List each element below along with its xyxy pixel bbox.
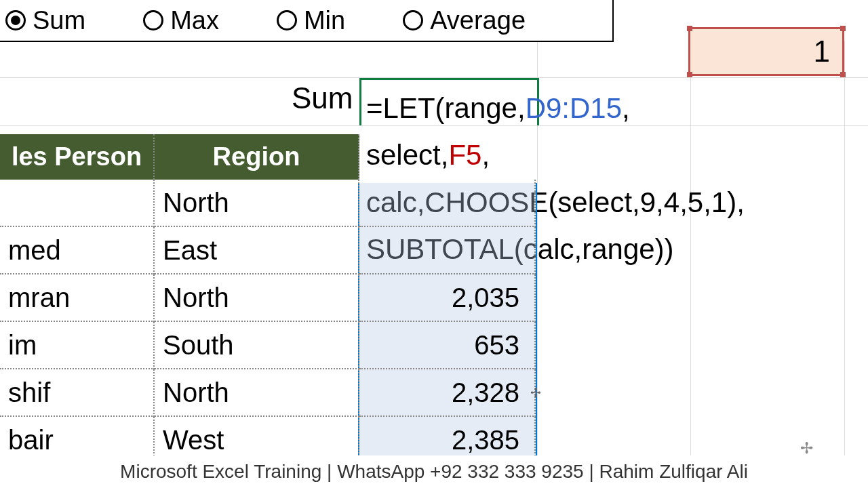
radio-sum[interactable]: Sum <box>5 6 85 35</box>
column-header-region[interactable]: Region <box>155 134 359 180</box>
cell-cursor-icon: ✢ <box>800 439 813 458</box>
radio-circle-icon <box>403 10 423 30</box>
cell-cursor-icon: ✢ <box>530 385 541 396</box>
cell-value[interactable] <box>359 227 536 274</box>
linked-cell-f5[interactable]: 1 <box>688 27 844 76</box>
table-row: mran North 2,035 <box>0 274 868 322</box>
radio-circle-icon <box>143 10 163 30</box>
selection-handle-icon <box>840 26 846 31</box>
cell-value[interactable]: 653 <box>359 322 536 369</box>
linked-cell-value: 1 <box>814 35 830 68</box>
table-header-row: les Person Region <box>0 134 868 180</box>
result-label: Sum <box>292 81 353 115</box>
formula-part: , <box>622 92 630 124</box>
cell-value[interactable]: 2,035 <box>359 274 536 322</box>
formula-part: =LET(range, <box>366 92 526 124</box>
radio-label: Sum <box>33 6 85 35</box>
radio-label: Average <box>430 6 526 35</box>
cell-region[interactable]: North <box>155 274 359 322</box>
footer-caption: Microsoft Excel Training | WhatsApp +92 … <box>0 455 868 488</box>
radio-label: Min <box>304 6 345 35</box>
aggregation-radio-group: Sum Max Min Average <box>0 0 614 42</box>
cell-region[interactable]: East <box>155 227 359 274</box>
selection-handle-icon <box>687 72 692 77</box>
cell-region[interactable]: North <box>155 369 359 417</box>
radio-average[interactable]: Average <box>403 6 526 35</box>
cell-person[interactable]: im <box>0 322 155 369</box>
radio-max[interactable]: Max <box>143 6 219 35</box>
radio-circle-icon <box>277 10 297 30</box>
cell-person[interactable]: mran <box>0 274 155 322</box>
radio-dot-icon <box>5 10 26 30</box>
cell-region[interactable]: South <box>155 322 359 369</box>
cell-person[interactable] <box>0 180 155 227</box>
radio-min[interactable]: Min <box>277 6 345 35</box>
data-table: les Person Region North med East mran No… <box>0 134 868 464</box>
table-row: im South 653 <box>0 322 868 369</box>
cell-person[interactable]: shif <box>0 369 155 417</box>
table-row: North <box>0 180 868 227</box>
cell-value[interactable] <box>359 180 536 227</box>
table-row: shif North 2,328 <box>0 369 868 417</box>
column-header-person[interactable]: les Person <box>0 134 155 180</box>
cell-value[interactable]: 2,328 <box>359 369 536 417</box>
formula-range-ref: D9:D15 <box>526 92 622 124</box>
cell-region[interactable]: North <box>155 180 359 227</box>
table-row: med East <box>0 227 868 274</box>
cell-person[interactable]: med <box>0 227 155 274</box>
radio-label: Max <box>170 6 219 35</box>
